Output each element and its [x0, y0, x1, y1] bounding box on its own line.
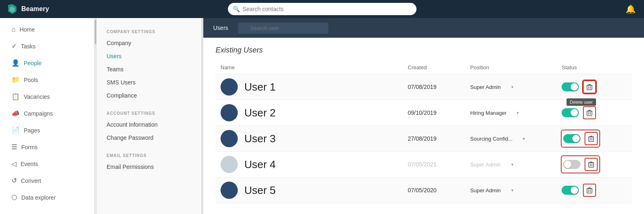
events-icon: ◁ — [11, 160, 16, 168]
table-row: User 107/08/2019Super Admin▾ Delete user — [216, 74, 632, 100]
svg-rect-0 — [587, 85, 592, 90]
user-name: User 5 — [244, 184, 276, 197]
left-sidebar: ⌂ Home ✓ Tasks 👤 People 📁 Pools 📋 Vacanc… — [0, 18, 94, 214]
data-explorer-icon: ⬡ — [11, 194, 17, 201]
sidebar-item-vacancies-label: Vacancies — [24, 93, 50, 100]
position-select[interactable]: Sourcing Confid... — [470, 136, 521, 142]
delete-user-button[interactable] — [585, 158, 598, 171]
status-toggle[interactable] — [563, 134, 580, 143]
avatar — [221, 182, 238, 199]
logo[interactable]: Beamery — [7, 3, 49, 15]
user-position: Hiring Manager▾ — [465, 100, 557, 126]
settings-item-teams[interactable]: Teams — [97, 63, 203, 76]
sidebar-item-tasks-label: Tasks — [21, 43, 36, 50]
notification-bell-icon[interactable]: 🔔 — [626, 4, 636, 14]
sidebar-item-pools-label: Pools — [24, 77, 38, 83]
logo-text: Beamery — [21, 5, 49, 13]
search-user-wrapper: 🔍 — [238, 23, 328, 34]
sidebar-item-pages[interactable]: 📄 Pages — [3, 122, 91, 138]
home-icon: ⌂ — [11, 26, 16, 33]
users-table: Name Created Position Status User 107/08… — [216, 61, 632, 203]
settings-item-email-permissions[interactable]: Email Permissions — [97, 160, 203, 173]
user-name-cell: User 4 — [216, 152, 403, 178]
sidebar-item-forms[interactable]: ☰ Forms — [3, 139, 91, 155]
svg-rect-3 — [589, 163, 594, 167]
content-header: Users 🔍 — [203, 18, 644, 38]
status-toggle[interactable] — [563, 160, 580, 169]
user-created: 27/08/2019 — [403, 126, 465, 152]
pools-icon: 📁 — [11, 76, 20, 84]
content-body: Existing Users Name Created Position Sta… — [203, 38, 644, 214]
dropdown-arrow-icon: ▾ — [523, 136, 525, 141]
sidebar-item-vacancies[interactable]: 📋 Vacancies — [3, 89, 91, 105]
svg-rect-1 — [587, 111, 592, 116]
sidebar-item-convert-label: Convert — [21, 178, 41, 184]
sidebar-item-events[interactable]: ◁ Events — [3, 156, 91, 172]
user-status-cell — [557, 178, 632, 203]
dropdown-arrow-icon: ▾ — [511, 84, 514, 90]
user-name: User 4 — [244, 158, 276, 171]
user-created: 07/08/2019 — [403, 74, 465, 100]
settings-item-change-password[interactable]: Change Password — [97, 131, 203, 144]
sidebar-item-people[interactable]: 👤 People — [3, 55, 91, 71]
sidebar-item-forms-label: Forms — [21, 144, 38, 150]
search-contacts-input[interactable] — [228, 3, 416, 15]
svg-rect-2 — [589, 137, 594, 141]
forms-icon: ☰ — [11, 143, 17, 151]
delete-user-button[interactable] — [583, 106, 596, 119]
col-status: Status — [557, 61, 632, 74]
sidebar-item-data-explorer[interactable]: ⬡ Data explorer — [3, 189, 91, 205]
user-position: Sourcing Confid...▾ — [465, 126, 557, 152]
position-select[interactable]: Hiring Manager — [470, 110, 515, 116]
search-user-input[interactable] — [238, 23, 328, 34]
col-position: Position — [465, 61, 557, 74]
user-position: Super Admin▾ — [465, 74, 557, 100]
navbar-search: 🔍 — [228, 3, 416, 15]
convert-icon: ↺ — [11, 177, 17, 184]
sidebar-item-pools[interactable]: 📁 Pools — [3, 72, 91, 88]
user-status-cell: Delete user — [557, 74, 632, 100]
settings-item-users[interactable]: Users — [97, 50, 203, 63]
navbar: Beamery 🔍 🔔 — [0, 0, 644, 18]
sidebar-item-convert[interactable]: ↺ Convert — [3, 173, 91, 189]
company-settings-section-title: COMPANY SETTINGS — [97, 26, 203, 36]
vacancies-icon: 📋 — [11, 93, 20, 100]
sidebar-item-tasks[interactable]: ✓ Tasks — [3, 38, 91, 54]
sidebar-item-home[interactable]: ⌂ Home — [3, 22, 91, 37]
user-name: User 2 — [244, 107, 276, 119]
settings-item-account-info[interactable]: Account Information — [97, 118, 203, 131]
delete-user-button[interactable] — [583, 184, 596, 197]
search-icon: 🔍 — [233, 6, 240, 12]
position-select[interactable]: Super Admin — [470, 84, 510, 90]
status-toggle[interactable] — [562, 186, 579, 195]
user-name-cell: User 5 — [216, 178, 403, 203]
content-area: Users 🔍 Existing Users Name Created Posi… — [203, 18, 644, 214]
status-toggle[interactable] — [562, 108, 579, 117]
delete-user-button[interactable] — [585, 132, 598, 145]
scrollbar-thumb[interactable] — [95, 20, 96, 44]
dropdown-arrow-icon: ▾ — [517, 110, 519, 116]
position-select[interactable]: Super Admin — [470, 162, 510, 168]
beamery-logo-icon — [7, 3, 18, 15]
settings-item-compliance[interactable]: Compliance — [97, 89, 203, 102]
user-status-cell — [557, 152, 632, 178]
user-created: 07/05/2020 — [403, 178, 465, 203]
user-position: Super Admin▾ — [465, 152, 557, 178]
email-settings-section-title: EMAIL SETTINGS — [97, 150, 203, 160]
avatar — [221, 78, 238, 96]
settings-item-company[interactable]: Company — [97, 36, 203, 50]
user-status-cell — [557, 126, 632, 152]
delete-user-button[interactable] — [583, 80, 596, 93]
campaigns-icon: 📣 — [11, 109, 20, 117]
position-select[interactable]: Super Admin — [470, 187, 510, 194]
user-created: 09/10/2019 — [403, 100, 465, 126]
users-tab[interactable]: Users — [210, 23, 232, 33]
main-layout: ⌂ Home ✓ Tasks 👤 People 📁 Pools 📋 Vacanc… — [0, 18, 644, 214]
dropdown-arrow-icon: ▾ — [511, 188, 514, 193]
status-toggle[interactable] — [562, 82, 579, 91]
settings-item-sms-users[interactable]: SMS Users — [97, 76, 203, 89]
dropdown-arrow-icon: ▾ — [511, 162, 514, 167]
user-created: 07/05/2021 — [403, 152, 465, 178]
sidebar-item-campaigns[interactable]: 📣 Campaigns — [3, 105, 91, 121]
user-name-cell: User 2 — [216, 100, 403, 126]
